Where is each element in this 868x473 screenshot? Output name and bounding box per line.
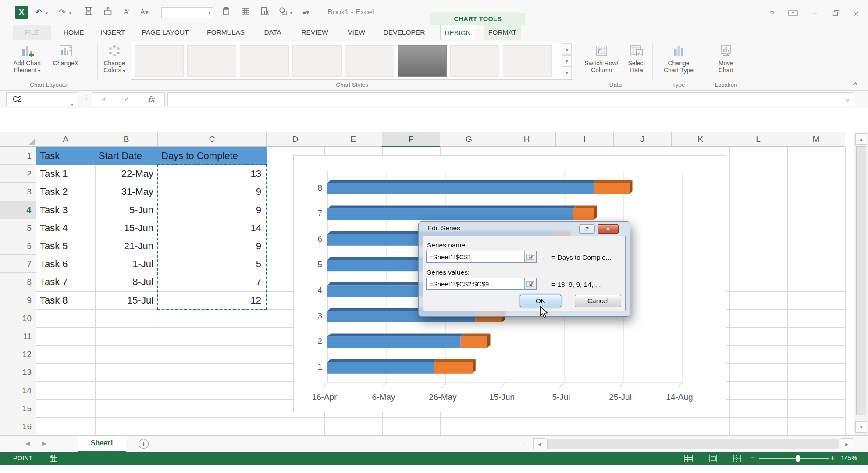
bar-duration-task-7[interactable] <box>573 208 594 220</box>
dialog-help-button[interactable]: ? <box>579 224 595 234</box>
print-preview-icon[interactable] <box>260 7 269 18</box>
cell-task[interactable]: Task 5 <box>40 237 93 255</box>
row-header-7[interactable]: 7 <box>0 255 36 273</box>
cell-task[interactable]: Task 1 <box>40 165 93 183</box>
macro-record-icon[interactable] <box>49 454 58 464</box>
add-chart-element-button[interactable]: Add Chart Element ▾ <box>7 43 47 80</box>
chart-style-thumbnail-2[interactable] <box>187 45 236 77</box>
chart-style-thumbnail-7[interactable] <box>450 45 499 77</box>
zoom-slider-track[interactable] <box>759 458 829 459</box>
bar-duration-top-face[interactable] <box>573 205 597 208</box>
undo-button[interactable]: ↶ <box>35 7 42 18</box>
gallery-scroll-up-button[interactable]: ▲ <box>562 43 572 55</box>
bar-base-task-7[interactable] <box>327 208 573 220</box>
ok-button[interactable]: OK <box>520 295 561 307</box>
row-header-5[interactable]: 5 <box>0 219 36 237</box>
cell-start-date[interactable]: 22-May <box>95 165 153 183</box>
help-button[interactable]: ? <box>766 10 778 18</box>
row-header-9[interactable]: 9 <box>0 291 36 309</box>
series-name-range-selector-button[interactable] <box>524 251 536 262</box>
table-icon[interactable] <box>241 7 250 18</box>
cell-task[interactable]: Task 7 <box>40 273 93 291</box>
cell-task[interactable]: Task 2 <box>40 183 93 201</box>
switch-row-column-button[interactable]: Switch Row/ Column <box>580 43 623 80</box>
cell-start-date[interactable]: 5-Jun <box>95 201 153 219</box>
view-page-break-icon[interactable] <box>732 454 742 465</box>
cell-start-date[interactable]: 15-Jul <box>95 291 153 309</box>
quick-access-combobox[interactable]: ▾ <box>161 7 213 18</box>
clipboard-icon[interactable] <box>222 7 231 18</box>
confirm-entry-icon[interactable]: ✓ <box>117 93 136 106</box>
row-header-12[interactable]: 12 <box>0 345 36 363</box>
row-header-15[interactable]: 15 <box>0 399 36 417</box>
series-values-input[interactable]: =Sheet1!$C$2:$C$9 <box>426 278 537 290</box>
cell-task[interactable]: Task 4 <box>40 219 93 237</box>
scroll-down-button[interactable]: ▼ <box>855 421 867 433</box>
horizontal-scroll-thumb[interactable] <box>547 439 839 449</box>
hscroll-right-button[interactable]: ▶ <box>841 438 853 449</box>
close-button[interactable]: × <box>850 10 862 18</box>
column-header-I[interactable]: I <box>556 132 614 147</box>
bar-base-top-face[interactable] <box>327 333 464 336</box>
sheet-nav-prev-icon[interactable]: ◀ <box>25 440 30 447</box>
column-header-H[interactable]: H <box>498 132 556 147</box>
chart-style-thumbnail-3[interactable] <box>240 45 289 77</box>
insert-function-icon[interactable]: fx <box>142 93 161 106</box>
column-header-C[interactable]: C <box>158 132 267 147</box>
save-icon[interactable] <box>84 7 93 18</box>
cell-start-date[interactable]: 31-May <box>95 183 153 201</box>
tab-page-layout[interactable]: PAGE LAYOUT <box>139 25 191 40</box>
chart-style-thumbnail-6[interactable] <box>398 45 447 77</box>
tab-developer[interactable]: DEVELOPER <box>381 25 427 40</box>
column-header-M[interactable]: M <box>787 132 845 147</box>
bar-base-task-2[interactable] <box>327 336 461 348</box>
tab-insert[interactable]: INSERT <box>99 25 126 40</box>
gallery-more-button[interactable]: ▼̇ <box>562 67 572 78</box>
cancel-button[interactable]: Cancel <box>575 295 621 307</box>
collapse-ribbon-icon[interactable] <box>852 80 858 88</box>
bar-duration-top-face[interactable] <box>461 333 491 336</box>
bar-base-task-8[interactable] <box>327 183 594 194</box>
column-header-J[interactable]: J <box>614 132 672 147</box>
row-header-13[interactable]: 13 <box>0 363 36 381</box>
sheet-tab-sheet1[interactable]: Sheet1 <box>78 436 126 452</box>
row-header-4[interactable]: 4 <box>0 201 36 219</box>
select-all-corner[interactable] <box>0 132 36 147</box>
shapes-icon[interactable] <box>279 7 288 18</box>
tab-scrollbar-splitter[interactable]: ⋮ <box>520 439 526 447</box>
zoom-in-button[interactable]: + <box>830 454 835 462</box>
name-box[interactable]: C2 ▾ <box>6 92 77 106</box>
minimize-button[interactable]: − <box>809 10 821 18</box>
cell-start-date[interactable]: 21-Jun <box>95 237 153 255</box>
cell-task[interactable]: Task 8 <box>40 291 93 309</box>
bar-base-top-face[interactable] <box>327 359 437 362</box>
ribbon-display-options-icon[interactable] <box>787 10 799 19</box>
hscroll-left-button[interactable]: ◀ <box>533 438 545 449</box>
tab-format[interactable]: FORMAT <box>484 25 521 40</box>
chart-style-thumbnail-8[interactable] <box>503 45 552 77</box>
row-header-3[interactable]: 3 <box>0 183 36 201</box>
zoom-slider-thumb[interactable] <box>796 455 800 462</box>
bar-duration-task-8[interactable] <box>594 183 630 194</box>
header-cell[interactable]: Start Date <box>99 147 142 165</box>
cell-start-date[interactable]: 1-Jul <box>95 255 153 273</box>
column-header-G[interactable]: G <box>440 132 498 147</box>
export-icon[interactable] <box>103 7 112 18</box>
redo-button[interactable]: ↷ <box>59 7 66 18</box>
zoom-out-button[interactable]: − <box>751 454 755 462</box>
formula-bar-expand-icon[interactable] <box>845 98 850 103</box>
new-sheet-button[interactable]: + <box>139 439 149 449</box>
bar-duration-top-face[interactable] <box>434 359 476 362</box>
formula-input[interactable] <box>167 92 854 106</box>
tab-review[interactable]: REVIEW <box>298 25 331 40</box>
header-cell[interactable]: Days to Complete <box>161 147 238 165</box>
view-page-layout-icon[interactable] <box>708 454 718 465</box>
bar-duration-top-face[interactable] <box>594 180 633 183</box>
row-header-14[interactable]: 14 <box>0 381 36 399</box>
select-data-button[interactable]: Select Data <box>624 43 649 80</box>
tab-data[interactable]: DATA <box>260 25 285 40</box>
quick-layout-button[interactable]: ChangeX <box>49 43 82 80</box>
header-cell[interactable]: Task <box>40 147 60 165</box>
restore-button[interactable] <box>830 10 842 18</box>
row-header-16[interactable]: 16 <box>0 417 36 435</box>
